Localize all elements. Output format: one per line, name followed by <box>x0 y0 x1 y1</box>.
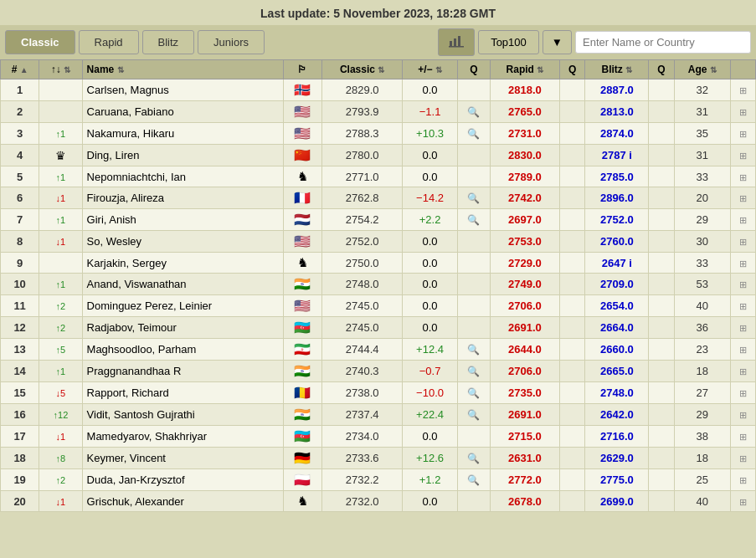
q2-cell <box>560 101 585 123</box>
col-move[interactable]: ↑↓ ⇅ <box>39 60 82 79</box>
grid-icon[interactable]: ⊞ <box>739 497 747 507</box>
q-magnifier-icon[interactable]: 🔍 <box>467 128 480 140</box>
move-up-icon: ↑2 <box>56 301 66 311</box>
q3-cell <box>649 491 674 512</box>
grid-icon[interactable]: ⊞ <box>739 237 747 247</box>
grid-icon[interactable]: ⊞ <box>739 475 747 485</box>
q-magnifier-icon[interactable]: 🔍 <box>467 344 480 356</box>
table-header: # ▲ ↑↓ ⇅ Name ⇅ 🏳 Classic ⇅ +/− ⇅ Q Rapi… <box>1 60 756 79</box>
grid-icon[interactable]: ⊞ <box>739 388 747 398</box>
top100-button[interactable]: Top100 <box>478 30 539 54</box>
q1-cell[interactable]: 🔍 <box>457 209 490 231</box>
blitz-cell: 2647 i <box>585 253 649 274</box>
diff-cell: 0.0 <box>403 274 458 295</box>
q1-cell[interactable]: 🔍 <box>457 469 490 491</box>
rapid-cell: 2735.0 <box>490 382 559 404</box>
move-cell: ↑2 <box>39 317 82 339</box>
q1-cell[interactable]: 🔍 <box>457 361 490 382</box>
name-cell: Mamedyarov, Shakhriyar <box>82 426 283 448</box>
tab-blitz[interactable]: Blitz <box>142 30 195 54</box>
rapid-cell: 2706.0 <box>490 295 559 317</box>
tab-classic[interactable]: Classic <box>5 30 75 54</box>
rapid-cell: 2731.0 <box>490 123 559 145</box>
grid-icon[interactable]: ⊞ <box>739 151 747 161</box>
q1-cell[interactable]: 🔍 <box>457 382 490 404</box>
q-magnifier-icon[interactable]: 🔍 <box>467 453 480 464</box>
col-diff[interactable]: +/− ⇅ <box>403 60 458 79</box>
col-rapid[interactable]: Rapid ⇅ <box>490 60 559 79</box>
col-blitz[interactable]: Blitz ⇅ <box>585 60 649 79</box>
blitz-cell: 2665.0 <box>585 361 649 382</box>
grid-icon[interactable]: ⊞ <box>739 85 747 95</box>
grid-icon[interactable]: ⊞ <box>739 453 747 463</box>
blitz-cell: 2716.0 <box>585 426 649 448</box>
q1-cell[interactable]: 🔍 <box>457 404 490 426</box>
classic-cell: 2744.4 <box>322 339 403 361</box>
move-cell: ♛ <box>39 145 82 166</box>
q-magnifier-icon[interactable]: 🔍 <box>467 214 480 226</box>
filter-button[interactable]: ▼ <box>543 30 572 54</box>
classic-cell: 2754.2 <box>322 209 403 231</box>
move-up-icon: ↑1 <box>56 215 66 225</box>
grid-icon[interactable]: ⊞ <box>739 215 747 225</box>
actions-cell: ⊞ <box>731 295 756 317</box>
q-magnifier-icon[interactable]: 🔍 <box>467 409 480 421</box>
age-cell: 36 <box>674 317 730 339</box>
grid-icon[interactable]: ⊞ <box>739 259 747 269</box>
q-magnifier-icon[interactable]: 🔍 <box>467 106 480 118</box>
grid-icon[interactable]: ⊞ <box>739 172 747 182</box>
col-q3: Q <box>649 60 674 79</box>
grid-icon[interactable]: ⊞ <box>739 193 747 203</box>
grid-icon[interactable]: ⊞ <box>739 410 747 420</box>
q-magnifier-icon[interactable]: 🔍 <box>467 387 480 399</box>
grid-icon[interactable]: ⊞ <box>739 345 747 355</box>
name-cell: Nepomniachtchi, Ian <box>82 166 283 187</box>
grid-icon[interactable]: ⊞ <box>739 129 747 139</box>
q1-cell[interactable]: 🔍 <box>457 448 490 469</box>
age-cell: 18 <box>674 361 730 382</box>
rapid-cell: 2753.0 <box>490 231 559 253</box>
rank-cell: 9 <box>1 253 39 274</box>
flag-icon: 🇮🇳 <box>294 277 311 291</box>
col-name[interactable]: Name ⇅ <box>82 60 283 79</box>
actions-cell: ⊞ <box>731 448 756 469</box>
blitz-cell: 2887.0 <box>585 79 649 101</box>
table-row: 7 ↑1 Giri, Anish 🇳🇱 2754.2 +2.2 🔍 2697.0… <box>1 209 756 231</box>
rapid-cell: 2789.0 <box>490 166 559 187</box>
q1-cell[interactable]: 🔍 <box>457 123 490 145</box>
chart-button[interactable] <box>438 28 475 56</box>
rank-cell: 4 <box>1 145 39 166</box>
q1-cell <box>457 79 490 101</box>
tab-rapid[interactable]: Rapid <box>79 30 139 54</box>
grid-icon[interactable]: ⊞ <box>739 323 747 333</box>
q-magnifier-icon[interactable]: 🔍 <box>467 192 480 204</box>
diff-cell: +1.2 <box>403 469 458 491</box>
col-rank[interactable]: # ▲ <box>1 60 39 79</box>
name-cell: Vidit, Santosh Gujrathi <box>82 404 283 426</box>
actions-cell: ⊞ <box>731 274 756 295</box>
grid-icon[interactable]: ⊞ <box>739 366 747 376</box>
age-cell: 40 <box>674 295 730 317</box>
q1-cell[interactable]: 🔍 <box>457 339 490 361</box>
col-age[interactable]: Age ⇅ <box>674 60 730 79</box>
table-row: 10 ↑1 Anand, Viswanathan 🇮🇳 2748.0 0.0 2… <box>1 274 756 295</box>
q1-cell <box>457 274 490 295</box>
q-magnifier-icon[interactable]: 🔍 <box>467 366 480 377</box>
search-input[interactable] <box>575 31 751 54</box>
table-row: 20 ↓1 Grischuk, Alexander ♞ 2732.0 0.0 2… <box>1 491 756 512</box>
diff-cell: −0.7 <box>403 361 458 382</box>
grid-icon[interactable]: ⊞ <box>739 301 747 311</box>
rank-cell: 1 <box>1 79 39 101</box>
q1-cell[interactable]: 🔍 <box>457 101 490 123</box>
age-cell: 18 <box>674 448 730 469</box>
q1-cell[interactable]: 🔍 <box>457 187 490 209</box>
col-classic[interactable]: Classic ⇅ <box>322 60 403 79</box>
tab-juniors[interactable]: Juniors <box>198 30 265 54</box>
grid-icon[interactable]: ⊞ <box>739 279 747 289</box>
flag-icon: 🇵🇱 <box>294 473 311 487</box>
grid-icon[interactable]: ⊞ <box>739 432 747 442</box>
rank-cell: 2 <box>1 101 39 123</box>
grid-icon[interactable]: ⊞ <box>739 107 747 117</box>
move-up-icon: ↑1 <box>56 279 66 289</box>
q-magnifier-icon[interactable]: 🔍 <box>467 474 480 486</box>
